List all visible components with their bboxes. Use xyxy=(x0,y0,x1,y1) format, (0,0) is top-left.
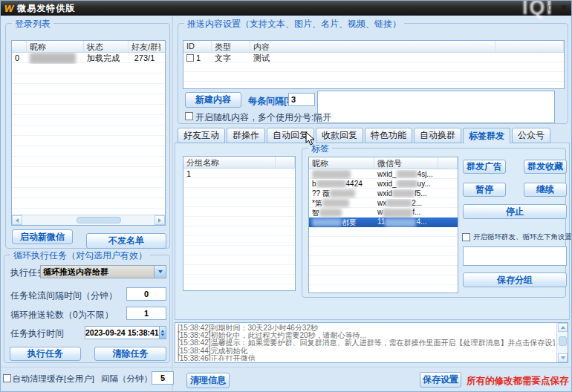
login-row-index: 0 xyxy=(12,53,27,62)
tag-table-body[interactable]: wxid_4sj... b4424 wxid_uy... ?? 薇 wxidf5… xyxy=(309,169,458,293)
push-row-type: 文字 xyxy=(212,53,250,64)
push-content-title: 推送内容设置（支持文本、图片、名片、视频、链接） xyxy=(184,18,404,30)
push-table-header: ID 类型 内容 xyxy=(183,41,564,53)
push-col-id: ID xyxy=(183,41,212,52)
rotate-interval-label: 任务轮流间隔时间（分钟） xyxy=(10,290,117,302)
scroll-up-icon[interactable] xyxy=(558,323,568,332)
scroll-thumb[interactable] xyxy=(559,336,567,346)
tab-friend-interact[interactable]: 好友互动 xyxy=(178,128,225,143)
push-content-textarea[interactable] xyxy=(317,91,555,123)
execute-task-button[interactable]: 执行任务 xyxy=(10,347,81,361)
clear-task-button[interactable]: 清除任务 xyxy=(94,347,166,361)
login-table[interactable]: 昵称 状态 好友/群数 0 加载完成 273/1 xyxy=(11,40,166,226)
log-vscrollbar[interactable] xyxy=(556,323,568,362)
push-col-content: 内容 xyxy=(250,41,495,52)
tab-strip: 好友互动 群操作 自动回复 收款回复 特色功能 自动换群 标签群发 公众号 xyxy=(178,128,552,143)
log-line: [15:38:46]正在打开微信 xyxy=(178,355,555,361)
tag-members-table[interactable]: 昵称 微信号 wxid_4sj... b4424 wxid_uy... ?? 薇 xyxy=(308,157,458,293)
broadcast-ad-button[interactable]: 群发广告 xyxy=(463,160,506,174)
login-col-index xyxy=(12,41,27,52)
push-table[interactable]: ID 类型 内容 1 文字 测试 xyxy=(183,40,565,89)
tag-table-header: 昵称 微信号 xyxy=(309,157,458,169)
login-row-status: 加载完成 xyxy=(84,53,129,64)
tag-extra-input[interactable] xyxy=(463,246,567,266)
no-send-list-button[interactable]: 不发名单 xyxy=(86,233,166,249)
scroll-thumb[interactable] xyxy=(77,217,121,223)
app-logo-icon: W xyxy=(4,3,13,14)
window-title: 微易发特供版 xyxy=(17,2,75,15)
tag-row[interactable]: wxid_4sj... xyxy=(309,169,458,179)
log-panel[interactable]: [15:38:42]到期时间：30天23小时46分32秒 [15:38:42]初… xyxy=(175,322,568,363)
login-hscrollbar[interactable] xyxy=(12,215,165,225)
push-col-extra xyxy=(495,41,564,52)
tab-auto-switch-group[interactable]: 自动换群 xyxy=(414,128,461,143)
random-content-checkbox[interactable] xyxy=(185,112,193,120)
horizontal-divider xyxy=(1,367,572,368)
loop-task-group: 循环执行任务（对勾选用户有效） 执行任务 循环推送内容给群 任务轮流间隔时间（分… xyxy=(4,255,170,363)
push-row-checkbox[interactable] xyxy=(186,54,194,62)
login-row-nickname xyxy=(27,53,84,64)
login-table-header: 昵称 状态 好友/群数 xyxy=(12,41,165,53)
task-select[interactable]: 循环推送内容给群 xyxy=(40,265,166,278)
log-lines: [15:38:42]到期时间：30天23小时46分32秒 [15:38:42]初… xyxy=(178,324,555,361)
group-name-col: 分组名称 xyxy=(183,157,276,168)
broadcast-favorites-button[interactable]: 群发收藏 xyxy=(524,160,567,174)
scroll-left-icon[interactable] xyxy=(12,215,22,225)
save-group-button[interactable]: 保存分组 xyxy=(463,272,567,287)
continue-button[interactable]: 继续 xyxy=(524,183,567,197)
tab-payment-reply[interactable]: 收款回复 xyxy=(316,128,363,143)
start-new-wechat-button[interactable]: 启动新微信 xyxy=(12,229,73,244)
tab-special-features[interactable]: 特色功能 xyxy=(365,128,412,143)
tab-official-account[interactable]: 公众号 xyxy=(512,128,550,143)
tag-col-wxid: 微信号 xyxy=(374,157,438,169)
loop-task-title: 循环执行任务（对勾选用户有效） xyxy=(10,249,150,262)
tab-tag-broadcast[interactable]: 标签群发 xyxy=(463,128,510,144)
tag-row-selected[interactable]: 都要 114... xyxy=(309,218,458,227)
push-col-type: 类型 xyxy=(212,41,250,52)
new-content-button[interactable]: 新建内容 xyxy=(185,92,241,108)
push-table-row[interactable]: 1 文字 测试 xyxy=(183,53,564,63)
tag-row[interactable]: 智 wf... xyxy=(309,208,458,218)
redacted-nickname xyxy=(30,53,76,64)
push-table-body[interactable]: 1 文字 测试 xyxy=(183,53,564,88)
tab-group-ops[interactable]: 群操作 xyxy=(227,128,265,143)
tag-row[interactable]: b4424 wxid_uy... xyxy=(309,179,458,189)
scroll-track[interactable] xyxy=(22,215,155,225)
auto-clean-checkbox[interactable] xyxy=(3,374,11,382)
task-time-value: 2023-09-24 15:38:41 xyxy=(85,328,159,337)
group-name-table[interactable]: 分组名称 1 xyxy=(183,156,296,291)
tag-col-nickname: 昵称 xyxy=(309,157,374,169)
pause-button[interactable]: 暂停 xyxy=(463,183,506,197)
login-list-group: 登录列表 昵称 状态 好友/群数 0 加载完成 273/1 xyxy=(5,23,170,249)
loop-rounds-input[interactable]: 1 xyxy=(126,307,166,320)
rotate-interval-input[interactable]: 0 xyxy=(126,287,166,301)
clean-gap-input[interactable]: 5 xyxy=(152,371,174,385)
task-select-value: 循环推送内容给群 xyxy=(41,267,154,278)
tag-broadcast-panel: 分组名称 1 标签 昵称 微信号 xyxy=(175,143,570,320)
per-item-interval-input[interactable]: 3 xyxy=(288,93,315,106)
tag-row[interactable]: ?? 薇 wxidf5... xyxy=(309,189,458,198)
minimize-icon[interactable]: – xyxy=(532,2,543,13)
group-name-header: 分组名称 xyxy=(183,157,295,169)
stop-button[interactable]: 停止 xyxy=(463,204,567,219)
push-row-id-text: 1 xyxy=(196,53,201,62)
loop-broadcast-checkbox[interactable] xyxy=(462,233,470,241)
task-time-input[interactable]: 2023-09-24 15:38:41 xyxy=(85,326,166,339)
tag-row[interactable]: *第 wx2... xyxy=(309,198,458,208)
login-table-body[interactable]: 0 加载完成 273/1 xyxy=(12,53,165,215)
group-name-body[interactable]: 1 xyxy=(183,169,295,290)
login-col-nickname: 昵称 xyxy=(27,41,84,52)
close-icon[interactable]: × xyxy=(559,2,570,13)
titlebar: W 微易发特供版 IQI – □ × xyxy=(1,1,572,16)
group-name-row[interactable]: 1 xyxy=(183,169,295,178)
save-settings-button[interactable]: 保存设置 xyxy=(420,372,461,388)
scroll-down-icon[interactable] xyxy=(558,353,568,362)
scroll-right-icon[interactable] xyxy=(155,215,165,225)
chevron-down-icon[interactable] xyxy=(154,266,166,278)
datetime-spinner-icon[interactable] xyxy=(159,327,166,339)
clean-info-button[interactable]: 清理信息 xyxy=(186,373,230,388)
maximize-icon[interactable]: □ xyxy=(545,2,556,13)
login-table-row[interactable]: 0 加载完成 273/1 xyxy=(12,53,165,63)
task-time-label: 任务执行时间 xyxy=(10,327,64,340)
login-row-counts: 273/1 xyxy=(129,53,160,62)
